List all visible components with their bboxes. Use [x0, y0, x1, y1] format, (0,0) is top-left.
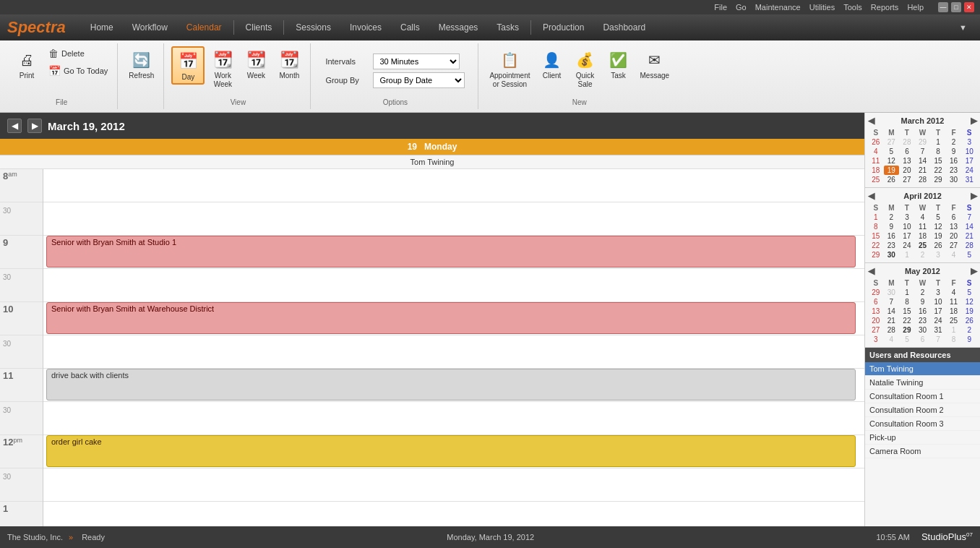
mini-cal-next[interactable]: ▶ — [971, 116, 977, 126]
nav-clients[interactable]: Clients — [237, 17, 281, 38]
mini-cal-april-prev[interactable]: ◀ — [868, 191, 874, 201]
maximize-button[interactable]: □ — [951, 2, 961, 12]
apr-19[interactable]: 19 — [930, 231, 946, 241]
apr-4[interactable]: 4 — [915, 213, 931, 222]
mini-cal-may-next[interactable]: ▶ — [971, 266, 977, 276]
may-27[interactable]: 27 — [868, 325, 884, 335]
refresh-button[interactable]: 🔄 Refresh — [125, 46, 158, 82]
may-31[interactable]: 31 — [930, 325, 946, 335]
nav-calls[interactable]: Calls — [392, 17, 429, 38]
view-month-button[interactable]: 📆 Month — [274, 46, 304, 82]
may-next6[interactable]: 6 — [915, 335, 931, 344]
minimize-button[interactable]: — — [938, 2, 948, 12]
may-2[interactable]: 2 — [915, 288, 931, 297]
cal-day-27prev[interactable]: 27 — [884, 137, 900, 147]
apr-10[interactable]: 10 — [899, 222, 915, 231]
cal-day-15[interactable]: 15 — [930, 156, 946, 166]
may-30[interactable]: 30 — [915, 325, 931, 335]
apr-2[interactable]: 2 — [884, 213, 900, 222]
may-3[interactable]: 3 — [930, 288, 946, 297]
may-23[interactable]: 23 — [915, 316, 931, 325]
apr-13[interactable]: 13 — [946, 222, 962, 231]
may-1[interactable]: 1 — [899, 288, 915, 297]
nav-messages[interactable]: Messages — [430, 17, 487, 38]
cal-day-31[interactable]: 31 — [961, 175, 977, 184]
cal-day-21[interactable]: 21 — [915, 166, 931, 175]
event-studio1[interactable]: Senior with Bryan Smith at Studio 1 — [46, 236, 856, 267]
apr-18[interactable]: 18 — [915, 231, 931, 241]
appointment-button[interactable]: 📋 Appointmentor Session — [486, 46, 533, 91]
event-warehouse[interactable]: Senior with Bryan Smith at Warehouse Dis… — [46, 302, 856, 334]
apr-24[interactable]: 24 — [899, 241, 915, 250]
cal-day-29[interactable]: 29 — [930, 175, 946, 184]
user-tom-twining[interactable]: Tom Twining — [865, 362, 980, 376]
may-4[interactable]: 4 — [946, 288, 962, 297]
apr-12[interactable]: 12 — [930, 222, 946, 231]
apr-20[interactable]: 20 — [946, 231, 962, 241]
apr-1[interactable]: 1 — [868, 213, 884, 222]
cal-day-8[interactable]: 8 — [930, 147, 946, 156]
view-week-button[interactable]: 📆 Week — [241, 46, 271, 82]
may-28[interactable]: 28 — [884, 325, 900, 335]
apr-14[interactable]: 14 — [961, 222, 977, 231]
may-15[interactable]: 15 — [899, 307, 915, 316]
task-button[interactable]: ✅ Task — [603, 46, 634, 82]
may-prev29[interactable]: 29 — [868, 288, 884, 297]
may-next7[interactable]: 7 — [930, 335, 946, 344]
may-19[interactable]: 19 — [961, 307, 977, 316]
event-drive-back[interactable]: drive back with clients — [46, 369, 856, 401]
next-date-button[interactable]: ▶ — [27, 119, 42, 133]
cal-day-1[interactable]: 1 — [930, 137, 946, 147]
apr-29[interactable]: 29 — [868, 250, 884, 260]
print-button[interactable]: 🖨 Print — [12, 46, 42, 82]
may-next2[interactable]: 2 — [961, 325, 977, 335]
nav-dashboard[interactable]: Dashboard — [594, 17, 654, 38]
nav-tasks[interactable]: Tasks — [488, 17, 528, 38]
client-button[interactable]: 👤 Client — [537, 46, 567, 82]
may-9[interactable]: 9 — [915, 297, 931, 307]
apr-16[interactable]: 16 — [884, 231, 900, 241]
menu-maintenance[interactable]: Maintenance — [755, 3, 801, 12]
may-8[interactable]: 8 — [899, 297, 915, 307]
prev-date-button[interactable]: ◀ — [7, 119, 22, 133]
may-prev30[interactable]: 30 — [884, 288, 900, 297]
cal-day-18[interactable]: 18 — [868, 166, 884, 175]
apr-5[interactable]: 5 — [930, 213, 946, 222]
mini-cal-prev[interactable]: ◀ — [868, 116, 874, 126]
apr-9[interactable]: 9 — [884, 222, 900, 231]
may-10[interactable]: 10 — [930, 297, 946, 307]
may-25[interactable]: 25 — [946, 316, 962, 325]
nav-dropdown-arrow[interactable]: ▼ — [953, 20, 973, 35]
may-21[interactable]: 21 — [884, 316, 900, 325]
user-consultation-room-2[interactable]: Consultation Room 2 — [865, 403, 980, 417]
cal-day-14[interactable]: 14 — [915, 156, 931, 166]
apr-21[interactable]: 21 — [961, 231, 977, 241]
may-18[interactable]: 18 — [946, 307, 962, 316]
may-22[interactable]: 22 — [899, 316, 915, 325]
may-26[interactable]: 26 — [961, 316, 977, 325]
cal-day-26[interactable]: 26 — [884, 175, 900, 184]
nav-calendar[interactable]: Calendar — [178, 17, 231, 38]
cal-day-4[interactable]: 4 — [868, 147, 884, 156]
nav-sessions[interactable]: Sessions — [287, 17, 340, 38]
cal-day-12[interactable]: 12 — [884, 156, 900, 166]
apr-22[interactable]: 22 — [868, 241, 884, 250]
may-next3[interactable]: 3 — [868, 335, 884, 344]
may-20[interactable]: 20 — [868, 316, 884, 325]
apr-26[interactable]: 26 — [930, 241, 946, 250]
apr-11[interactable]: 11 — [915, 222, 931, 231]
intervals-select[interactable]: 15 Minutes 30 Minutes 1 Hour — [373, 53, 460, 69]
cal-day-7[interactable]: 7 — [915, 147, 931, 156]
apr-17[interactable]: 17 — [899, 231, 915, 241]
nav-invoices[interactable]: Invoices — [341, 17, 390, 38]
may-14[interactable]: 14 — [884, 307, 900, 316]
cal-day-2[interactable]: 2 — [946, 137, 962, 147]
apr-15[interactable]: 15 — [868, 231, 884, 241]
message-button[interactable]: ✉ Message — [637, 46, 674, 82]
close-button[interactable]: ✕ — [964, 2, 974, 12]
menu-go[interactable]: Go — [736, 3, 747, 12]
cal-day-28prev[interactable]: 28 — [899, 137, 915, 147]
cal-day-5[interactable]: 5 — [884, 147, 900, 156]
view-work-week-button[interactable]: 📆 WorkWeek — [207, 46, 238, 91]
apr-6[interactable]: 6 — [946, 213, 962, 222]
